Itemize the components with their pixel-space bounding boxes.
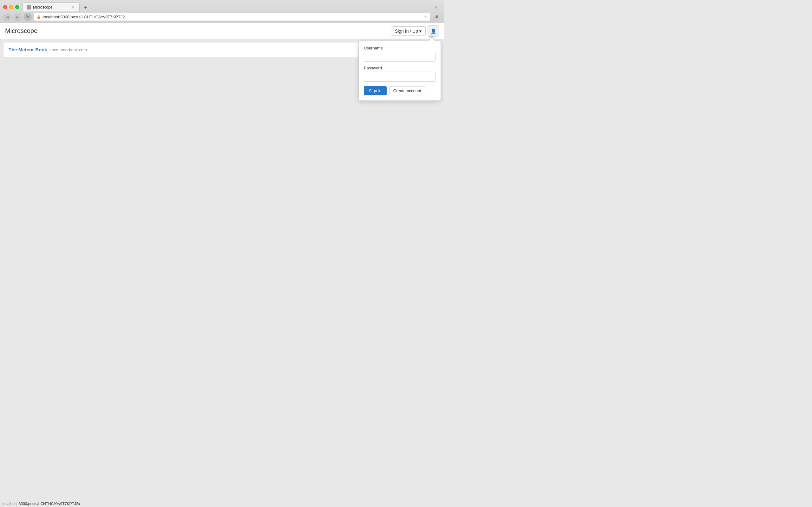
minimize-button[interactable] — [9, 5, 13, 9]
sign-in-up-label: Sign In / Up — [395, 29, 418, 34]
close-button[interactable] — [3, 5, 7, 9]
chevron-down-icon: ▾ — [419, 29, 421, 34]
username-input[interactable] — [364, 52, 436, 62]
user-avatar-placeholder: 👤 — [431, 29, 436, 34]
tab-favicon — [27, 5, 31, 9]
app-navbar: Microscope Sign In / Up ▾ 👤 — [0, 23, 444, 39]
sign-in-dropdown: Username Password Sign in Create account — [358, 40, 441, 101]
browser-tab[interactable]: Microscope ✕ — [22, 3, 80, 11]
title-bar: Microscope ✕ + ⤢ — [0, 0, 444, 11]
tab-bar: Microscope ✕ + — [22, 3, 432, 11]
new-tab-button[interactable]: + — [81, 4, 90, 11]
fullscreen-button[interactable] — [15, 5, 19, 9]
username-label: Username — [364, 46, 436, 50]
forward-icon: ▶ — [16, 14, 19, 19]
url-bar[interactable]: 🔒 localhost:3000/posts/LCHTHCAYv9T7KPTJ2… — [34, 13, 431, 21]
post-title: The Meteor Book — [9, 47, 47, 52]
browser-menu-button[interactable]: ≡ — [433, 13, 441, 21]
menu-icon: ≡ — [435, 14, 438, 20]
bookmark-star-icon[interactable]: ☆ — [424, 14, 428, 19]
sign-in-up-button[interactable]: Sign In / Up ▾ — [391, 26, 426, 36]
tab-close-button[interactable]: ✕ — [71, 5, 75, 9]
username-form-group: Username — [364, 46, 436, 62]
post-domain: themeteorbook.com — [50, 48, 87, 52]
lock-icon: 🔒 — [37, 15, 41, 19]
sign-in-button-label: Sign in — [369, 89, 382, 93]
password-form-group: Password — [364, 66, 436, 82]
url-text: localhost:3000/posts/LCHTHCAYv9T7KPTJ2 — [43, 14, 422, 19]
tab-title: Microscope — [33, 5, 69, 9]
refresh-icon: ↻ — [26, 14, 30, 19]
page-content: Microscope Sign In / Up ▾ 👤 The Meteor B… — [0, 23, 444, 266]
password-input[interactable] — [364, 72, 436, 82]
app-title: Microscope — [5, 27, 391, 35]
create-account-label: Create account — [393, 89, 421, 93]
password-label: Password — [364, 66, 436, 70]
post-title-link[interactable]: The Meteor Book — [9, 47, 49, 52]
browser-chrome: Microscope ✕ + ⤢ ◀ ▶ ↻ 🔒 localhost:3000/… — [0, 0, 444, 23]
address-bar: ◀ ▶ ↻ 🔒 localhost:3000/posts/LCHTHCAYv9T… — [0, 11, 444, 23]
expand-button[interactable]: ⤢ — [432, 4, 441, 9]
sign-in-button[interactable]: Sign in — [364, 86, 387, 95]
form-actions: Sign in Create account — [364, 86, 436, 95]
create-account-button[interactable]: Create account — [389, 86, 425, 95]
refresh-button[interactable]: ↻ — [23, 13, 32, 21]
traffic-lights — [3, 5, 19, 9]
back-icon: ◀ — [6, 14, 9, 19]
forward-button[interactable]: ▶ — [13, 13, 21, 21]
dropdown-arrow — [429, 38, 434, 41]
back-button[interactable]: ◀ — [3, 13, 11, 21]
